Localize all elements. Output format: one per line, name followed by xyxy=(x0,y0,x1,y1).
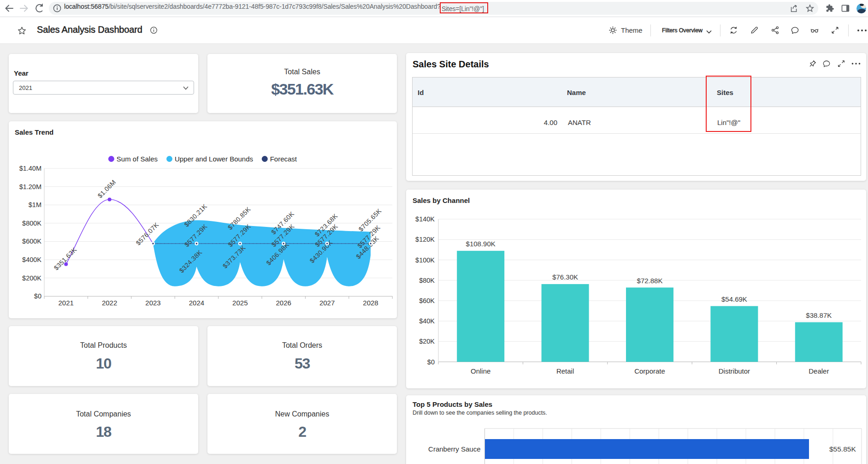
svg-text:Cranberry Sauce: Cranberry Sauce xyxy=(428,445,480,453)
svg-text:$40K: $40K xyxy=(419,317,435,325)
svg-text:$351.63K: $351.63K xyxy=(52,246,78,272)
svg-text:$1.20M: $1.20M xyxy=(19,183,41,190)
svg-text:$76.30K: $76.30K xyxy=(552,273,578,281)
svg-text:2028: 2028 xyxy=(363,299,378,307)
svg-text:2027: 2027 xyxy=(319,299,335,307)
svg-text:$38.87K: $38.87K xyxy=(806,311,832,319)
svg-text:Sum of Sales: Sum of Sales xyxy=(117,155,158,163)
svg-text:$80K: $80K xyxy=(419,277,435,284)
svg-text:Dealer: Dealer xyxy=(809,367,829,375)
svg-text:$108.90K: $108.90K xyxy=(466,240,496,248)
svg-text:$55.85K: $55.85K xyxy=(829,445,856,453)
svg-text:$0: $0 xyxy=(34,292,41,300)
svg-text:2025: 2025 xyxy=(232,299,248,307)
svg-text:2021: 2021 xyxy=(59,299,74,307)
svg-text:Distributor: Distributor xyxy=(719,367,750,375)
svg-text:$20K: $20K xyxy=(419,338,435,345)
svg-text:$200K: $200K xyxy=(22,274,41,282)
svg-text:Forecast: Forecast xyxy=(270,155,297,163)
svg-text:2026: 2026 xyxy=(276,299,291,307)
svg-text:Retail: Retail xyxy=(556,367,574,375)
svg-text:Online: Online xyxy=(471,367,490,375)
svg-text:$120K: $120K xyxy=(415,236,435,243)
svg-text:$100K: $100K xyxy=(415,256,435,264)
svg-text:Upper and Lower Bounds: Upper and Lower Bounds xyxy=(175,155,253,163)
svg-text:$1M: $1M xyxy=(29,201,41,208)
svg-text:$800K: $800K xyxy=(22,220,41,227)
svg-text:$600K: $600K xyxy=(22,238,41,245)
svg-text:$1.40M: $1.40M xyxy=(19,165,41,172)
svg-text:$140K: $140K xyxy=(415,215,435,223)
svg-text:2024: 2024 xyxy=(189,299,204,307)
svg-text:$54.69K: $54.69K xyxy=(721,295,747,303)
svg-text:$72.88K: $72.88K xyxy=(637,277,663,285)
svg-text:$1.06M: $1.06M xyxy=(96,178,117,199)
svg-text:2022: 2022 xyxy=(102,299,117,307)
svg-text:2023: 2023 xyxy=(145,299,160,307)
svg-text:$400K: $400K xyxy=(22,256,41,263)
svg-text:Corporate: Corporate xyxy=(634,367,665,375)
svg-text:$60K: $60K xyxy=(419,297,435,304)
svg-text:$0: $0 xyxy=(427,358,435,366)
